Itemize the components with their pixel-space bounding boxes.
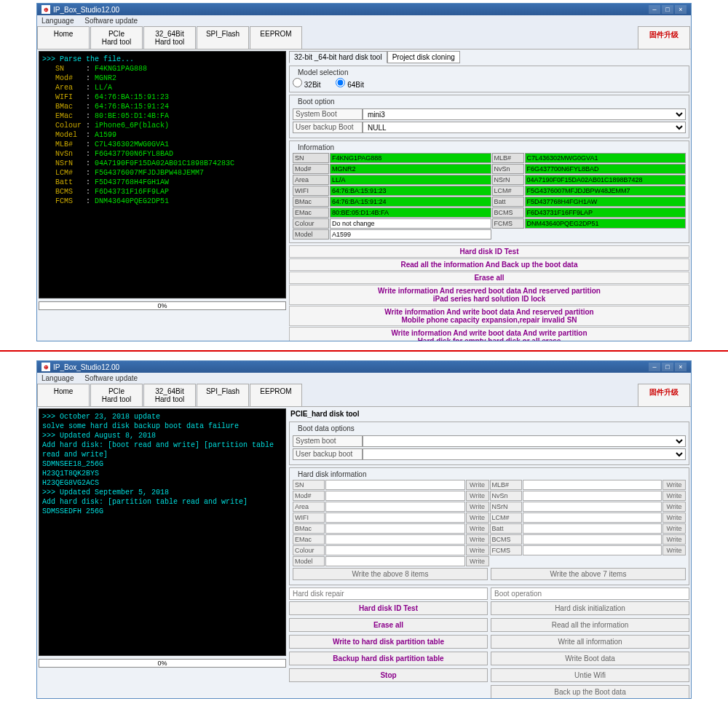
write-button[interactable]: Write [662,534,686,545]
tab-firmware-upgrade[interactable]: 固件升级 [638,26,690,49]
close-button[interactable]: × [675,363,687,371]
tab-spi-flash[interactable]: SPI_Flash [197,384,249,406]
maximize-button[interactable]: □ [662,5,673,14]
hd-input[interactable] [325,513,465,523]
menu-software-update[interactable]: Software update [84,17,138,25]
info-value[interactable]: 80:BE:05:D1:4B:FA [330,207,491,218]
tab-pcie[interactable]: PCIeHard tool [90,26,143,49]
info-value[interactable]: A1599 [330,229,491,240]
menubar: Language Software update [37,373,691,384]
action-button[interactable]: Erase all [289,272,689,284]
info-value[interactable]: F6D43731F16FF9LAP [525,207,687,218]
system-boot-select[interactable] [363,435,686,447]
action-button[interactable]: Write information And write boot data An… [289,327,689,341]
info-value[interactable]: DNM43640PQEG2DP51 [525,218,687,229]
tab-pcie[interactable]: PCIeHard tool [90,384,143,406]
repair-button[interactable]: Erase all [289,618,488,632]
menu-language[interactable]: Language [41,17,74,25]
radio-32bit[interactable]: 32Bit [293,81,321,89]
info-value[interactable]: LL/A [330,175,491,185]
write-8-button[interactable]: Write the above 8 items [293,568,488,580]
tab-32-64[interactable]: 32_64BitHard tool [143,384,196,406]
boot-op-button[interactable]: Write all information [491,635,689,649]
subtab-hard-disk-tool[interactable]: 32-bit _64-bit hard disk tool [289,51,387,63]
menu-software-update[interactable]: Software update [84,374,138,382]
action-button[interactable]: Read all the information And Back up the… [289,258,689,271]
info-value[interactable]: F5D437768H4FGH1AW [525,197,687,207]
hd-input[interactable] [325,523,465,534]
menu-language[interactable]: Language [41,374,74,382]
user-backup-boot-select[interactable] [363,448,686,460]
hd-input[interactable] [523,480,662,490]
action-button[interactable]: Hard disk ID Test [289,245,689,258]
write-button[interactable]: Write [662,491,686,501]
info-key: Colour [293,218,329,229]
write-button[interactable]: Write [662,523,686,534]
tab-firmware-upgrade[interactable]: 固件升级 [638,384,690,406]
repair-button[interactable]: Hard disk ID Test [289,601,488,615]
write-button[interactable]: Write [466,491,489,501]
tab-spi-flash[interactable]: SPI_Flash [197,26,249,49]
info-value[interactable]: Do not change [330,218,491,229]
boot-op-button[interactable]: Back up the Boot data [491,685,689,698]
radio-64bit[interactable]: 64Bit [336,81,364,89]
hd-input[interactable] [325,545,465,555]
write-button[interactable]: Write [466,502,489,512]
write-button[interactable]: Write [466,556,489,566]
hd-input[interactable] [523,491,662,501]
repair-button[interactable]: Stop [289,668,488,682]
boot-op-button[interactable]: Hard disk initialization [491,601,689,615]
action-button[interactable]: Write information And write boot data An… [289,306,689,326]
close-button[interactable]: × [675,5,687,14]
write-button[interactable]: Write [662,480,686,490]
write-button[interactable]: Write [466,513,489,523]
tab-home[interactable]: Home [37,384,90,406]
hd-input[interactable] [523,545,662,555]
tab-eeprom[interactable]: EEPROM [250,384,302,406]
write-7-button[interactable]: Write the above 7 items [491,568,686,580]
tab-home[interactable]: Home [37,26,90,49]
user-backup-boot-select[interactable]: NULL [363,122,686,133]
action-button[interactable]: Write information And reserved boot data… [289,285,689,305]
info-key: NvSn [492,164,524,174]
write-button[interactable]: Write [466,523,489,534]
hd-input[interactable] [325,480,465,490]
info-key: Model [293,229,329,240]
boot-op-button[interactable]: Untie Wifi [491,668,689,682]
hd-input[interactable] [523,523,662,534]
boot-op-button[interactable]: Write Boot data [491,652,689,665]
info-value[interactable]: F4KNG1PAG888 [330,153,491,163]
hd-input[interactable] [325,534,465,545]
subtab-project-cloning[interactable]: Project disk cloning [387,51,460,63]
info-value[interactable]: 04A7190F0F15DA02AB01C1898B7428 [525,175,687,185]
write-button[interactable]: Write [466,545,489,555]
boot-op-button[interactable]: Read all the information [491,618,689,632]
system-boot-select[interactable]: mini3 [363,108,686,120]
tab-32-64[interactable]: 32_64BitHard tool [143,26,196,49]
info-value[interactable]: F5G4376007MFJDJBPW48JEMM7 [525,186,687,196]
write-button[interactable]: Write [662,502,686,512]
info-value[interactable]: F6G437700N6FYL8BAD [525,164,687,174]
write-button[interactable]: Write [662,513,686,523]
hd-input[interactable] [325,556,465,566]
info-value[interactable]: MGNR2 [330,164,491,174]
repair-button[interactable]: Backup hard disk partition table [289,652,488,665]
hd-input[interactable] [523,513,662,523]
hd-input[interactable] [325,502,465,512]
info-value[interactable]: 64:76:BA:15:91:24 [330,197,491,207]
minimize-button[interactable]: – [649,363,660,371]
minimize-button[interactable]: – [649,5,660,14]
info-grid: SNF4KNG1PAG888MLB#C7L436302MWG0GVA1Mod#M… [293,153,686,240]
tab-eeprom[interactable]: EEPROM [250,26,302,49]
write-button[interactable]: Write [466,534,489,545]
info-value[interactable]: 64:76:BA:15:91:23 [330,186,491,196]
repair-button[interactable]: Write to hard disk partition table [289,635,488,649]
hd-input[interactable] [523,502,662,512]
hd-input[interactable] [325,491,465,501]
write-button[interactable]: Write [662,545,686,555]
info-value[interactable]: C7L436302MWG0GVA1 [525,153,687,163]
hd-input[interactable] [523,534,662,545]
maximize-button[interactable]: □ [662,363,673,371]
app-window-2: ⊕ IP_Box_Studio12.00 – □ × Language Soft… [36,360,692,699]
write-button[interactable]: Write [466,480,489,490]
